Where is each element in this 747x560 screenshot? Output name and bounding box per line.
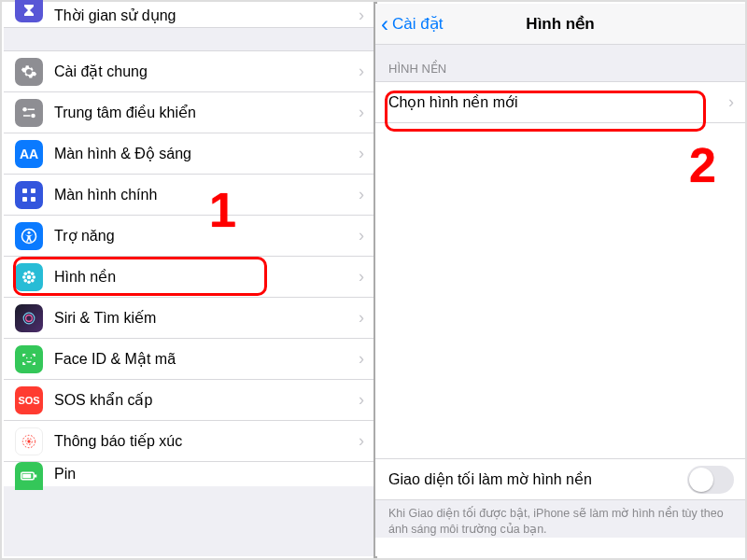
svg-point-2 bbox=[31, 113, 35, 118]
svg-rect-27 bbox=[35, 475, 36, 478]
gear-icon bbox=[15, 58, 43, 86]
row-label: Face ID & Mật mã bbox=[54, 350, 359, 368]
svg-point-25 bbox=[27, 440, 30, 442]
accessibility-icon bbox=[15, 222, 43, 250]
sos-icon: SOS bbox=[15, 386, 43, 414]
chevron-right-icon: › bbox=[359, 226, 364, 245]
chevron-right-icon: › bbox=[359, 185, 364, 204]
svg-rect-7 bbox=[31, 197, 35, 202]
svg-rect-6 bbox=[22, 197, 27, 202]
toggle-dark-dims[interactable] bbox=[687, 466, 734, 494]
back-button[interactable]: ‹ Cài đặt bbox=[381, 4, 443, 44]
page-title: Hình nền bbox=[526, 14, 594, 34]
chevron-right-icon: › bbox=[359, 267, 364, 287]
row-home-screen[interactable]: Màn hình chính › bbox=[4, 175, 374, 216]
chevron-right-icon: › bbox=[359, 390, 364, 410]
chevron-right-icon: › bbox=[359, 103, 364, 122]
svg-point-12 bbox=[27, 280, 31, 284]
row-general[interactable]: Cài đặt chung › bbox=[4, 51, 374, 92]
svg-point-16 bbox=[31, 272, 35, 275]
svg-point-10 bbox=[27, 274, 32, 279]
wallpaper-pane: ‹ Cài đặt Hình nền HÌNH NỀN Chọn hình nề… bbox=[375, 4, 745, 556]
sliders-icon bbox=[15, 99, 43, 127]
section-header: HÌNH NỀN bbox=[375, 45, 745, 82]
row-label: SOS khẩn cấp bbox=[54, 391, 359, 409]
faceid-icon bbox=[15, 345, 43, 373]
row-faceid[interactable]: Face ID & Mật mã › bbox=[4, 339, 374, 380]
row-siri[interactable]: Siri & Tìm kiếm › bbox=[4, 298, 374, 339]
row-label: Màn hình & Độ sáng bbox=[54, 145, 359, 162]
svg-rect-3 bbox=[23, 115, 31, 117]
chevron-left-icon: ‹ bbox=[381, 13, 388, 35]
row-dark-dims[interactable]: Giao diện tối làm mờ hình nền bbox=[375, 459, 745, 500]
navbar: ‹ Cài đặt Hình nền bbox=[375, 4, 745, 45]
svg-point-13 bbox=[22, 275, 26, 279]
chevron-right-icon: › bbox=[728, 92, 734, 112]
svg-point-22 bbox=[31, 357, 33, 358]
chevron-right-icon: › bbox=[359, 349, 364, 369]
chevron-right-icon: › bbox=[359, 62, 364, 81]
back-label: Cài đặt bbox=[392, 14, 443, 34]
row-label: Chọn hình nền mới bbox=[388, 93, 728, 111]
svg-point-14 bbox=[32, 275, 35, 279]
row-label: Màn hình chính bbox=[54, 187, 359, 203]
row-sos[interactable]: SOS SOS khẩn cấp › bbox=[4, 380, 374, 421]
row-control-center[interactable]: Trung tâm điều khiển › bbox=[4, 92, 374, 133]
svg-point-0 bbox=[22, 107, 27, 112]
battery-icon bbox=[15, 462, 43, 490]
row-label: Trợ năng bbox=[54, 227, 359, 245]
exposure-icon bbox=[15, 427, 43, 455]
svg-point-15 bbox=[23, 272, 27, 275]
row-label: Pin bbox=[54, 466, 364, 483]
row-label: Hình nền bbox=[54, 268, 359, 286]
chevron-right-icon: › bbox=[359, 431, 364, 451]
row-battery[interactable]: Pin bbox=[4, 462, 374, 486]
row-label: Siri & Tìm kiếm bbox=[54, 309, 359, 327]
annotation-2: 2 bbox=[689, 137, 716, 193]
row-label: Thông báo tiếp xúc bbox=[54, 432, 359, 450]
row-wallpaper[interactable]: Hình nền › bbox=[4, 257, 374, 298]
grid-icon bbox=[15, 181, 43, 209]
annotation-1: 1 bbox=[209, 182, 236, 238]
svg-rect-28 bbox=[22, 474, 31, 479]
svg-point-9 bbox=[28, 231, 31, 233]
svg-point-18 bbox=[31, 278, 35, 282]
hourglass-icon bbox=[15, 0, 43, 22]
svg-rect-1 bbox=[28, 108, 35, 110]
svg-point-20 bbox=[26, 315, 33, 321]
row-screen-time[interactable]: Thời gian sử dụng › bbox=[4, 4, 374, 28]
svg-point-17 bbox=[23, 278, 27, 282]
svg-point-19 bbox=[23, 313, 35, 324]
svg-point-11 bbox=[27, 270, 31, 273]
svg-rect-4 bbox=[22, 189, 27, 193]
row-exposure[interactable]: Thông báo tiếp xúc › bbox=[4, 421, 374, 462]
row-accessibility[interactable]: Trợ năng › bbox=[4, 216, 374, 257]
chevron-right-icon: › bbox=[359, 6, 364, 25]
row-label: Cài đặt chung bbox=[54, 63, 359, 80]
chevron-right-icon: › bbox=[359, 144, 364, 163]
row-label: Giao diện tối làm mờ hình nền bbox=[388, 470, 687, 488]
section-gap bbox=[4, 28, 374, 51]
svg-rect-5 bbox=[31, 189, 35, 193]
row-label: Trung tâm điều khiển bbox=[54, 104, 359, 121]
flower-icon bbox=[15, 263, 43, 291]
row-label: Thời gian sử dụng bbox=[54, 7, 359, 24]
siri-icon bbox=[15, 304, 43, 332]
row-choose-new-wallpaper[interactable]: Chọn hình nền mới › bbox=[375, 82, 745, 123]
text-size-icon: AA bbox=[15, 140, 43, 168]
footer-note: Khi Giao diện tối được bật, iPhone sẽ là… bbox=[375, 500, 745, 538]
settings-list: Thời gian sử dụng › Cài đặt chung › Trun… bbox=[4, 4, 374, 556]
chevron-right-icon: › bbox=[359, 308, 364, 328]
svg-point-21 bbox=[26, 357, 28, 358]
row-display-brightness[interactable]: AA Màn hình & Độ sáng › bbox=[4, 133, 374, 175]
